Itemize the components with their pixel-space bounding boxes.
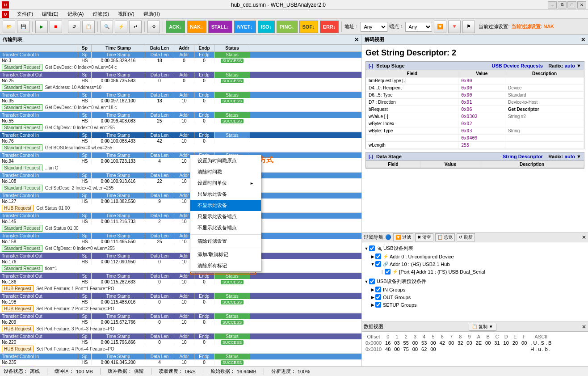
setup-desc-4: Get Descriptor	[505, 106, 584, 113]
nyet-filter-button[interactable]: NYET↓	[234, 21, 256, 33]
ctx-item-4[interactable]: 不显示此设备	[190, 200, 261, 211]
addr-select[interactable]: Any	[361, 22, 387, 32]
tree-root-expand[interactable]: ▼	[364, 246, 369, 251]
tile-button[interactable]: ⧉	[558, 1, 567, 8]
cond-setup-expand[interactable]: ▶	[370, 303, 375, 307]
setup-radix-arrow[interactable]: ▼	[576, 63, 581, 68]
menu-view[interactable]: 视图(V)	[115, 10, 137, 18]
refresh-button[interactable]: ↺	[68, 21, 80, 33]
tree-addr0[interactable]: ▶ ⚡ Addr 0 : Unconfigured Device	[370, 253, 586, 260]
menu-edit[interactable]: 编辑(E)	[39, 10, 61, 18]
usb-button[interactable]: ⚡	[115, 21, 127, 33]
tree-addr10-cb[interactable]	[375, 261, 381, 267]
table-row[interactable]: Transfer:Control In Sp Time Stamp Data L…	[0, 173, 361, 193]
overview-btn[interactable]: 📋 总览	[435, 233, 455, 241]
close-button[interactable]: ✕	[577, 1, 586, 8]
filter-btn-3[interactable]: ⚑	[462, 21, 475, 33]
menu-filter[interactable]: 过滤(S)	[90, 10, 112, 18]
filter-tree[interactable]: ▼ 🔌 USB设备列表 ▶ ⚡ Addr 0 : Unconfigured De…	[362, 242, 588, 321]
cond-setup-groups[interactable]: ▶ SETUP Groups	[370, 301, 586, 308]
ctx-item-6[interactable]: 不显示此设备端点	[190, 222, 261, 233]
open-button[interactable]: 📂	[3, 21, 15, 33]
tree-root-cb[interactable]	[369, 245, 375, 251]
refresh-nav-btn[interactable]: ↺ 刷新	[457, 233, 475, 241]
table-row[interactable]: Transfer:Control Out Sp Time Stamp Data …	[0, 334, 361, 354]
maximize-button[interactable]: □	[567, 1, 576, 8]
cond-in-groups[interactable]: ▶ IN Groups	[370, 286, 586, 293]
decode-view[interactable]: Get String Descriptor: 2 [-] Setup Stage…	[362, 45, 588, 232]
nak-filter-button[interactable]: NAK↓	[187, 21, 206, 33]
data-radix-arrow[interactable]: ▼	[576, 154, 581, 159]
cond-expand[interactable]: ▼	[364, 279, 369, 284]
cond-root-cb[interactable]	[369, 279, 375, 284]
table-row[interactable]: Transfer:Control In Sp Time Stamp Data L…	[0, 132, 361, 152]
ctx-item-7[interactable]: 清除过滤设置	[190, 236, 261, 247]
data-view-close[interactable]: ✕	[582, 324, 586, 330]
ctx-item-9[interactable]: 清除所有标记	[190, 260, 261, 271]
filter-btn-1[interactable]: 🔽	[434, 21, 446, 33]
cond-in-cb[interactable]	[375, 287, 381, 292]
menu-record[interactable]: 记录(A)	[65, 10, 87, 18]
clear-btn[interactable]: ✖ 清空	[415, 233, 433, 241]
transfer-rows-container[interactable]: Transfer:Control In Sp Time Stamp Data L…	[0, 52, 361, 366]
tree-addr11-cb[interactable]	[385, 269, 391, 275]
menu-help[interactable]: 帮助(H)	[141, 10, 163, 18]
tree-root-usb[interactable]: ▼ 🔌 USB设备列表	[364, 244, 586, 253]
table-row[interactable]: Transfer:Control In Sp Time Stamp Data L…	[0, 92, 361, 112]
data-expand[interactable]: [-]	[369, 154, 373, 159]
table-row[interactable]: Transfer:Control Out Sp Time Stamp Data …	[0, 313, 361, 334]
tree-addr0-expand[interactable]: ▶	[370, 254, 375, 259]
tree-addr10-expand[interactable]: ▼	[370, 262, 375, 266]
cond-out-expand[interactable]: ▶	[370, 295, 375, 300]
table-row[interactable]: Transfer:Control Out Sp Time Stamp Data …	[0, 72, 361, 92]
ctx-item-3[interactable]: 只显示此设备	[190, 189, 261, 200]
tree-addr10[interactable]: ▼ 🔗 Addr 10 : (HS) USB2.1 Hub	[370, 260, 586, 268]
ctx-item-8[interactable]: 添加/取消标记	[190, 249, 261, 260]
settings-button[interactable]: ⚙	[147, 21, 160, 33]
table-row[interactable]: Transfer:Control In Sp Time Stamp Data L…	[0, 193, 361, 213]
table-row[interactable]: Transfer:Control Out Sp Time Stamp Data …	[0, 273, 361, 293]
decode-view-close[interactable]: ✕	[581, 37, 585, 43]
search-button[interactable]: 🔍	[101, 21, 113, 33]
minimize-button[interactable]: ─	[548, 1, 557, 8]
cond-out-groups[interactable]: ▶ OUT Groups	[370, 293, 586, 301]
filter-btn-2[interactable]: 🔻	[448, 21, 461, 33]
menu-file[interactable]: 文件(F)	[14, 10, 36, 18]
export-button[interactable]: 📋	[82, 21, 95, 33]
window-controls[interactable]: ─ ⧉ □ ✕	[548, 1, 586, 8]
table-row[interactable]: Transfer:Control In Sp Time Stamp Data L…	[0, 354, 361, 366]
ping-filter-button[interactable]: PING↓	[277, 21, 297, 33]
table-row[interactable]: Transfer:Control In Sp Time Stamp Data L…	[0, 152, 361, 173]
table-row[interactable]: Transfer:Control In Sp Time Stamp Data L…	[0, 52, 361, 72]
err-filter-button[interactable]: ERR↓	[320, 21, 339, 33]
sync-button[interactable]: ⇄	[129, 21, 142, 33]
ctx-item-2[interactable]: 设置时间单位►	[190, 177, 261, 189]
setup-expand[interactable]: [-]	[369, 63, 373, 68]
table-row[interactable]: Transfer:Control In Sp Time Stamp Data L…	[0, 233, 361, 253]
cond-out-cb[interactable]	[375, 294, 381, 300]
save-button[interactable]: 💾	[17, 21, 29, 33]
ctx-item-1[interactable]: 清除时间戳	[190, 166, 261, 177]
cond-in-expand[interactable]: ▶	[370, 287, 375, 292]
cond-setup-cb[interactable]	[375, 302, 381, 308]
iso-filter-button[interactable]: ISO↓	[258, 21, 275, 33]
play-button[interactable]: ▶	[35, 21, 48, 33]
ctx-item-5[interactable]: 只显示此设备端点	[190, 211, 261, 222]
stop-button[interactable]: ⏹	[50, 21, 62, 33]
sof-filter-button[interactable]: SOF↓	[299, 21, 318, 33]
data-view-copy[interactable]: 📋 复制 ▼	[469, 323, 496, 331]
tree-addr11[interactable]: |- ⚡ [Port 4] Addr 11 : (FS) USB Dual_Se…	[376, 268, 586, 275]
stall-filter-button[interactable]: STALL↓	[208, 21, 232, 33]
tree-addr0-cb[interactable]	[375, 253, 381, 259]
filter-btn[interactable]: 🔽 过滤	[393, 233, 413, 241]
ctx-item-0[interactable]: 设置为时间戳原点	[190, 155, 261, 166]
transfer-list-close[interactable]: ✕	[354, 37, 359, 43]
ack-filter-button[interactable]: ACK↓	[166, 21, 185, 33]
table-row[interactable]: Transfer:Control Out Sp Time Stamp Data …	[0, 253, 361, 273]
table-row[interactable]: Transfer:Control In Sp Time Stamp Data L…	[0, 213, 361, 233]
endp-select[interactable]: Any	[405, 22, 432, 32]
tree-conditions-root[interactable]: ▼ USB设备列表预设条件	[364, 277, 586, 286]
table-row[interactable]: Transfer:Control In Sp Time Stamp Data L…	[0, 112, 361, 132]
filter-nav-close[interactable]: ✕	[582, 234, 586, 241]
table-row[interactable]: Transfer:Control Out Sp Time Stamp Data …	[0, 293, 361, 313]
